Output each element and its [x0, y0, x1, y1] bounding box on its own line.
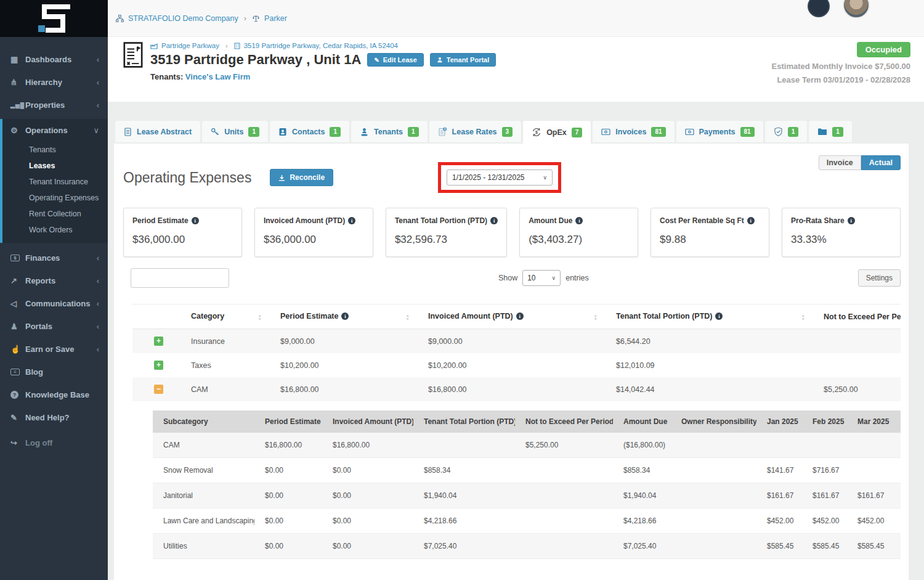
col-period-estimate[interactable]: ▲▼Period Estimatei: [268, 304, 416, 329]
stratafolio-logo[interactable]: [0, 0, 108, 37]
breadcrumb-company[interactable]: STRATAFOLIO Demo Company: [116, 14, 238, 23]
chevron-left-icon: ‹: [97, 78, 99, 87]
breadcrumb-entity[interactable]: Parker: [252, 14, 287, 23]
search-input[interactable]: [131, 268, 229, 288]
table-row-taxes: + Taxes $10,200.00 $10,200.00 $12,010.09: [132, 353, 901, 377]
cell-feb: [802, 433, 847, 458]
info-icon[interactable]: i: [747, 217, 755, 224]
expand-row-button[interactable]: +: [154, 361, 163, 370]
info-icon[interactable]: i: [341, 312, 349, 320]
subitem-label: Leases: [29, 161, 55, 170]
sidebar-subitem-operating-expenses[interactable]: Operating Expenses: [2, 190, 108, 206]
cell-mar: [847, 433, 901, 458]
breadcrumb-unit-address[interactable]: 3519 Partridge Parkway, Cedar Rapids, IA…: [244, 42, 398, 49]
cell-invoiced-amount: $16,800.00: [322, 433, 413, 458]
sidebar-item-earn-or-save[interactable]: ☝ Earn or Save ‹: [0, 338, 108, 361]
sidebar-item-communications[interactable]: ◁ Communications ‹: [0, 292, 108, 315]
tab-insurance-shield[interactable]: 1: [765, 121, 808, 142]
tab-invoices[interactable]: Invoices 81: [593, 121, 674, 142]
info-icon[interactable]: i: [348, 217, 355, 224]
info-icon[interactable]: i: [848, 217, 855, 224]
cell-invoiced-amount: $9,000.00: [416, 329, 604, 354]
expand-row-button[interactable]: +: [154, 337, 163, 346]
tab-contacts[interactable]: Contacts 1: [270, 121, 349, 142]
actual-toggle-button[interactable]: Actual: [861, 155, 901, 170]
tab-lease-rates[interactable]: 0 Lease Rates 3: [429, 121, 522, 142]
info-icon[interactable]: i: [192, 217, 199, 224]
tab-label: Payments: [699, 128, 736, 136]
show-label: Show: [498, 274, 517, 282]
building-icon: [234, 43, 240, 49]
svg-text:$: $: [535, 130, 538, 135]
breadcrumb-property[interactable]: Partridge Parkway: [161, 42, 219, 49]
cell-not-to-exceed: $5,250.00: [811, 377, 901, 401]
sidebar-item-knowledge-base[interactable]: ? Knowledge Base: [0, 383, 108, 406]
tab-count-badge: 1: [832, 127, 843, 137]
subrow-snow-removal: Snow Removal $0.00 $0.00 $858.34 $858.34…: [153, 458, 901, 483]
card-value: $9.88: [660, 234, 760, 246]
reconcile-label: Reconcile: [290, 173, 325, 182]
sidebar-subitem-leases[interactable]: Leases: [2, 158, 108, 174]
sort-icon[interactable]: ▲▼: [258, 312, 262, 321]
sort-icon[interactable]: ▲▼: [801, 312, 805, 321]
cell-mar: $161.67: [847, 483, 901, 509]
tab-units[interactable]: Units 1: [202, 121, 268, 142]
tab-payments[interactable]: Payments 81: [676, 121, 763, 142]
cell-owner-responsibility: [671, 458, 756, 483]
cell-not-to-exceed: [515, 458, 613, 483]
sidebar-item-log-off[interactable]: ↪ Log off: [0, 431, 108, 454]
sidebar-item-operations[interactable]: ⚙ Operations ∨: [2, 119, 108, 142]
sidebar: ▦ Dashboards ‹ ⋔ Hierarchy ‹ ▂▅█ Propert…: [0, 0, 108, 580]
cell-tenant-portion: $858.34: [413, 458, 515, 483]
chevron-left-icon: ‹: [97, 253, 99, 263]
summary-cards: Period Estimatei $36,000.00 Invoiced Amo…: [123, 208, 901, 257]
tab-lease-abstract[interactable]: Lease Abstract: [115, 121, 200, 142]
tab-tenants[interactable]: Tenants 1: [351, 121, 428, 142]
sort-icon[interactable]: ▲▼: [594, 312, 598, 321]
sidebar-subitem-rent-collection[interactable]: Rent Collection: [2, 206, 108, 222]
page-size-select[interactable]: 10 ∨: [522, 270, 561, 286]
line-chart-icon: ↗: [10, 276, 25, 285]
sidebar-item-need-help[interactable]: ✎ Need Help?: [0, 406, 108, 429]
sidebar-item-label: Need Help?: [25, 413, 70, 422]
sidebar-item-properties[interactable]: ▂▅█ Properties ‹: [0, 94, 108, 116]
cell-mar: [847, 458, 901, 483]
cell-owner-responsibility: [671, 509, 756, 534]
tenant-link[interactable]: Vince's Law Firm: [185, 72, 250, 81]
sidebar-item-finances[interactable]: $ Finances ‹: [0, 247, 108, 269]
col-invoiced-amount[interactable]: ▲▼Invoiced Amount (PTD)i: [416, 304, 604, 329]
reconcile-button[interactable]: Reconcile: [270, 169, 333, 186]
tenant-portal-button[interactable]: Tenant Portal: [430, 53, 496, 67]
tab-opex[interactable]: $ OpEx 7: [523, 121, 591, 144]
period-select[interactable]: 1/1/2025 - 12/31/2025 ∨: [447, 170, 553, 186]
info-icon[interactable]: i: [715, 312, 723, 320]
sidebar-item-dashboards[interactable]: ▦ Dashboards ‹: [0, 48, 108, 71]
col-tenant-portion[interactable]: ▲▼Tenant Total Portion (PTD)i: [604, 304, 811, 329]
sidebar-item-blog[interactable]: ≡ Blog: [0, 361, 108, 383]
sidebar-subitem-tenants[interactable]: Tenants: [2, 142, 108, 158]
info-icon[interactable]: i: [575, 217, 583, 224]
cell-category: Taxes: [179, 353, 268, 377]
info-icon[interactable]: i: [516, 312, 524, 320]
sidebar-subitem-tenant-insurance[interactable]: Tenant Insurance: [2, 174, 108, 190]
settings-button[interactable]: Settings: [858, 269, 901, 287]
edit-lease-button[interactable]: ✎ Edit Lease: [367, 53, 423, 67]
user-avatar[interactable]: [843, 0, 870, 18]
svg-text:0: 0: [444, 128, 446, 131]
sidebar-item-hierarchy[interactable]: ⋔ Hierarchy ‹: [0, 71, 108, 94]
sidebar-subitem-work-orders[interactable]: Work Orders: [2, 222, 108, 238]
org-avatar[interactable]: [808, 0, 830, 17]
info-icon[interactable]: i: [490, 217, 498, 224]
tab-documents-folder[interactable]: 1: [809, 121, 852, 142]
col-category[interactable]: ▲▼Category: [179, 304, 268, 329]
sign-out-icon: ↪: [10, 438, 25, 447]
col-not-to-exceed[interactable]: Not to Exceed Per Period: [811, 304, 901, 329]
invoice-toggle-button[interactable]: Invoice: [819, 155, 861, 170]
collapse-row-button[interactable]: −: [154, 385, 163, 394]
sidebar-item-reports[interactable]: ↗ Reports ‹: [0, 269, 108, 292]
sort-icon[interactable]: ▲▼: [406, 312, 410, 321]
sidebar-item-portals[interactable]: ♟ Portals ‹: [0, 315, 108, 338]
cell-subcategory: Snow Removal: [153, 458, 254, 483]
card-value: 33.33%: [791, 234, 891, 246]
sidebar-item-label: Portals: [25, 322, 52, 331]
